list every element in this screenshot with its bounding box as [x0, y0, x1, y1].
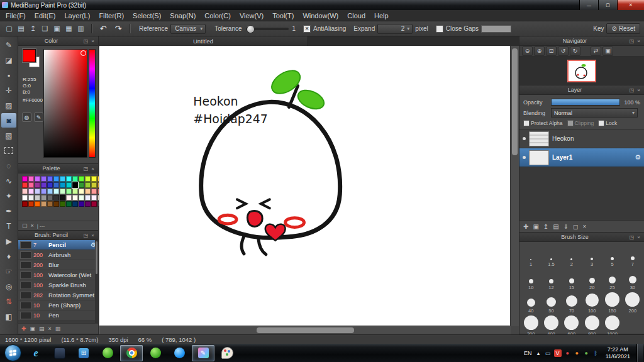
brush-sparkle-brush[interactable]: 100Sparkle Brush [18, 280, 98, 290]
palette-swatch[interactable] [53, 195, 59, 200]
close-icon[interactable]: × [89, 38, 96, 44]
brush-airbrush[interactable]: 200Airbrush [18, 250, 98, 260]
zoom-out-icon[interactable]: ⊖ [522, 47, 533, 56]
hue-strip[interactable] [89, 49, 96, 158]
palette-swatch[interactable] [85, 201, 91, 207]
close-button[interactable]: ✕ [617, 0, 644, 10]
palette-swatch[interactable] [91, 189, 97, 194]
gradient-tool[interactable]: ▧ [1, 128, 16, 143]
close-icon[interactable]: × [89, 166, 96, 172]
palette-swatch[interactable] [47, 201, 53, 207]
vertical-scrollbar-thumb[interactable] [512, 48, 518, 155]
bluetooth-icon[interactable]: ᛒ [592, 349, 599, 357]
canvas[interactable]: Heokon #Hoidap247 [99, 46, 511, 326]
lasso-select-tool[interactable]: ∿ [1, 173, 16, 188]
fill-polygon-tool[interactable]: ▨ [1, 98, 16, 112]
menu-select[interactable]: Select(S) [128, 11, 165, 20]
palette-swatch[interactable] [22, 176, 28, 182]
popout-icon[interactable]: ◳ [82, 38, 89, 44]
chrome-icon[interactable] [120, 345, 143, 361]
palette-swatch[interactable] [79, 176, 84, 182]
brush-size-option-150[interactable]: 150 [602, 291, 622, 314]
palette-swatch[interactable] [35, 201, 40, 207]
palette-swatch[interactable] [22, 189, 28, 194]
brush-size-option-12[interactable]: 12 [541, 268, 561, 290]
taskbar-clock[interactable]: 7:22 AM 11/6/2021 [602, 346, 633, 360]
palette-swatch[interactable] [72, 201, 78, 207]
delete-layer-icon[interactable]: × [582, 223, 586, 230]
palette-swatch[interactable] [79, 201, 84, 207]
popout-icon[interactable]: ◳ [628, 38, 635, 44]
move-tool[interactable]: ✛ [1, 83, 16, 97]
brush-size-option-5[interactable]: 5 [602, 244, 622, 267]
palette-swatch[interactable] [22, 182, 28, 188]
eraser-tool[interactable]: ◪ [1, 53, 16, 67]
palette-swatch[interactable] [79, 182, 84, 188]
hand-tool[interactable]: ☞ [1, 264, 16, 278]
palette-swatch[interactable] [60, 201, 65, 207]
brush-folder-icon[interactable]: ▥ [55, 326, 61, 332]
palette-swatch[interactable] [72, 195, 78, 200]
flip-horizontal-icon[interactable]: ⇄ [591, 47, 601, 56]
bucket-tool[interactable]: ◙ [1, 113, 16, 128]
dot-pen-tool[interactable]: ▪ [1, 68, 16, 82]
menu-snap[interactable]: Snap(N) [165, 11, 200, 20]
menu-help[interactable]: Help [370, 11, 393, 20]
text-tool[interactable]: T [1, 219, 16, 233]
vertical-scrollbar[interactable] [510, 46, 519, 326]
save-icon[interactable]: ▤ [16, 24, 26, 34]
merge-layer-icon[interactable]: ⇓ [564, 223, 569, 230]
palette-swatch[interactable] [28, 176, 34, 182]
palette-swatch[interactable] [28, 182, 34, 188]
select-rect-tool[interactable] [1, 143, 16, 158]
layer-layer1[interactable]: Layer1⚙ [519, 148, 644, 167]
layout-icon[interactable]: ▥ [75, 24, 86, 34]
expand-dropdown[interactable]: 2 ▾ [377, 24, 413, 34]
layer-folder-icon[interactable]: ▤ [553, 223, 558, 230]
palette-swatch[interactable] [22, 201, 28, 207]
palette-swatch[interactable] [91, 182, 97, 188]
palette-swatch[interactable] [41, 189, 47, 194]
clear-layer-icon[interactable]: ◻ [573, 223, 578, 230]
reference-dropdown[interactable]: Canvas ▾ [170, 24, 206, 34]
palette-swatch[interactable] [22, 195, 28, 200]
grid-icon[interactable]: ▦ [64, 24, 74, 34]
palette-swatch[interactable] [85, 189, 91, 194]
layer-settings-gear-icon[interactable]: ⚙ [635, 153, 641, 162]
brush-size-option-50[interactable]: 50 [541, 291, 561, 314]
duplicate-layer-icon[interactable]: ▣ [533, 223, 538, 230]
palette-swatch[interactable] [41, 176, 47, 182]
navigator-view[interactable] [519, 57, 644, 85]
lock-checkbox[interactable]: Lock [598, 120, 617, 126]
brush-size-option-25[interactable]: 25 [602, 268, 622, 290]
brush-size-option-10[interactable]: 10 [521, 268, 541, 290]
close-icon[interactable]: × [635, 87, 642, 93]
opacity-slider[interactable] [551, 99, 620, 106]
palette-app-icon[interactable] [216, 345, 238, 361]
menu-cloud[interactable]: Cloud [343, 11, 370, 20]
brush-pen[interactable]: 10Pen [18, 310, 98, 321]
windows-explorer-icon[interactable]: ⊞ [72, 345, 95, 361]
brush-tool[interactable]: ✎ [1, 38, 16, 52]
add-layer-icon[interactable]: ✚ [523, 223, 528, 230]
menu-color[interactable]: Color(C) [200, 11, 235, 20]
maximize-button[interactable]: ▢ [598, 0, 617, 10]
brush-watercolor-wet[interactable]: 100Watercolor (Wet [18, 270, 98, 280]
menu-file[interactable]: File(F) [1, 11, 30, 20]
brush-size-option-1000[interactable]: 1000 [602, 314, 622, 337]
brush-size-option-1-5[interactable]: 1.5 [541, 244, 561, 267]
brush-size-option-7[interactable]: 7 [623, 244, 643, 267]
add-brush-icon[interactable]: ✚ [21, 326, 26, 332]
palette-swatch[interactable] [28, 201, 34, 207]
language-indicator[interactable]: EN [524, 350, 532, 356]
palette-swatch[interactable] [35, 182, 40, 188]
edit-color-icon[interactable]: ✎ [34, 112, 43, 122]
messenger-app-icon[interactable] [96, 345, 119, 361]
move-layer-icon[interactable]: ↥ [543, 223, 548, 230]
delete-brush-icon[interactable]: × [48, 326, 52, 332]
internet-explorer-icon[interactable]: e [25, 345, 47, 361]
palette-swatch[interactable] [91, 195, 97, 200]
add-swatch-icon[interactable]: ▢ [22, 222, 28, 229]
brush-size-option-200[interactable]: 200 [623, 291, 643, 314]
palette-swatch[interactable] [66, 182, 72, 188]
